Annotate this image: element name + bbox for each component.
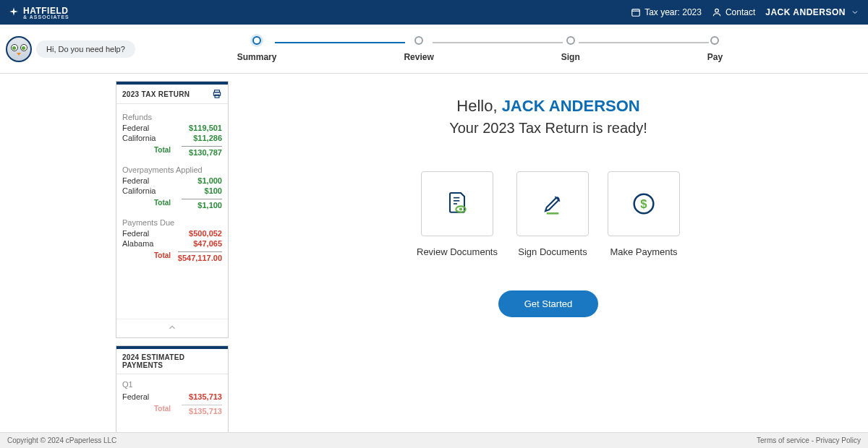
svg-point-10	[459, 207, 462, 210]
section-label: Overpayments Applied	[122, 165, 222, 174]
copyright: Copyright © 2024 cPaperless LLC	[7, 436, 116, 444]
step-line	[579, 42, 709, 43]
contact-label: Contact	[726, 7, 755, 17]
svg-text:$: $	[640, 197, 647, 211]
brand-sub: & ASSOCIATES	[23, 14, 69, 20]
print-icon[interactable]	[212, 89, 222, 99]
content: 2023 TAX RETURN Refunds Federal$119,501 …	[0, 74, 868, 448]
card-title: 2023 TAX RETURN	[122, 90, 190, 98]
table-row: Federal$500,052	[122, 228, 222, 238]
tax-year-label: Tax year: 2023	[644, 7, 702, 17]
payment-icon: $	[629, 189, 658, 218]
table-row: Federal$119,501	[122, 123, 222, 133]
step-pay[interactable]: Pay	[707, 36, 723, 62]
calendar-icon	[631, 7, 641, 17]
total-row: Total$130,787	[122, 145, 222, 158]
chevron-up-icon	[167, 322, 177, 332]
progress-steps: Summary Review Sign Pay	[135, 36, 868, 62]
total-row: Total$135,713	[122, 403, 222, 417]
terms-link[interactable]: Terms of service	[757, 436, 809, 444]
total-row: Total$547,117.00	[122, 250, 222, 264]
chevron-down-icon	[851, 8, 859, 17]
help-bubble: Hi, Do you need help?	[36, 40, 135, 58]
get-started-button[interactable]: Get Started	[498, 290, 598, 317]
step-summary[interactable]: Summary	[237, 36, 277, 62]
section-label: Payments Due	[122, 218, 222, 227]
sub-bar: Hi, Do you need help? Summary Review Sig…	[0, 25, 868, 74]
collapse-button[interactable]	[116, 319, 228, 337]
step-review[interactable]: Review	[404, 36, 433, 62]
quarter-label: Q1	[122, 380, 222, 389]
app-header: HATFIELD & ASSOCIATES Tax year: 2023 Con…	[0, 0, 868, 25]
table-row: Federal$1,000	[122, 176, 222, 186]
total-row: Total$1,100	[122, 197, 222, 211]
tax-year-selector[interactable]: Tax year: 2023	[631, 7, 702, 17]
header-right: Tax year: 2023 Contact JACK ANDERSON	[631, 7, 859, 17]
tax-return-card: 2023 TAX RETURN Refunds Federal$119,501 …	[116, 81, 229, 338]
action-label: Make Payments	[610, 246, 677, 257]
table-row: Federal$135,713	[122, 392, 222, 402]
svg-rect-0	[632, 9, 640, 16]
step-line	[433, 42, 563, 43]
footer: Copyright © 2024 cPaperless LLC Terms of…	[0, 432, 868, 448]
left-sidebar: 2023 TAX RETURN Refunds Federal$119,501 …	[0, 81, 229, 448]
sign-documents-action[interactable]: Sign Documents	[516, 171, 589, 257]
person-icon	[712, 7, 722, 17]
main-panel: Hello, JACK ANDERSON Your 2023 Tax Retur…	[229, 81, 868, 448]
brand-icon	[9, 7, 19, 19]
step-sign[interactable]: Sign	[561, 36, 580, 62]
user-menu[interactable]: JACK ANDERSON	[765, 7, 859, 17]
section-label: Refunds	[122, 113, 222, 121]
make-payments-action[interactable]: $ Make Payments	[608, 171, 680, 257]
card-title: 2024 ESTIMATED PAYMENTS	[122, 353, 222, 369]
owl-avatar	[6, 36, 32, 62]
action-label: Sign Documents	[518, 246, 587, 257]
table-row: California$100	[122, 186, 222, 196]
table-row: Alabama$47,065	[122, 238, 222, 249]
greeting: Hello, JACK ANDERSON	[456, 97, 639, 116]
action-cards: Review Documents Sign Documents $	[417, 171, 680, 257]
review-documents-action[interactable]: Review Documents	[417, 171, 498, 257]
pen-sign-icon	[538, 189, 567, 218]
table-row: California$11,286	[122, 133, 222, 143]
action-label: Review Documents	[417, 246, 498, 257]
contact-link[interactable]: Contact	[712, 7, 755, 17]
step-line	[275, 42, 405, 43]
svg-point-2	[715, 9, 719, 12]
sub-greeting: Your 2023 Tax Return is ready!	[449, 120, 647, 137]
user-name: JACK ANDERSON	[765, 7, 846, 17]
helper-widget[interactable]: Hi, Do you need help?	[6, 36, 135, 62]
brand-logo: HATFIELD & ASSOCIATES	[9, 6, 69, 20]
document-review-icon	[443, 189, 472, 218]
privacy-link[interactable]: Privacy Policy	[816, 436, 861, 444]
